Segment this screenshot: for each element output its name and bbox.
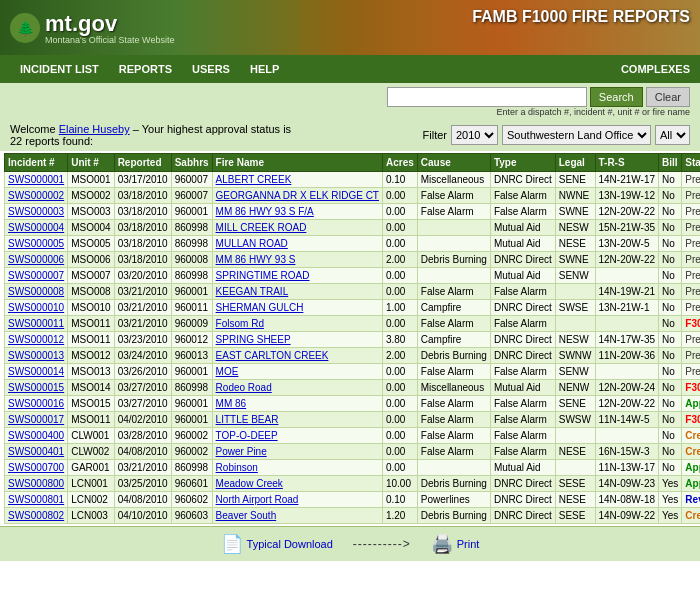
nav-users[interactable]: USERS [182,58,240,80]
cell-sabhrs: 960013 [171,348,212,364]
cell-firename[interactable]: ALBERT CREEK [212,172,382,188]
cell-firename[interactable]: MM 86 HWY 93 S F/A [212,204,382,220]
download-link[interactable]: 📄 Typical Download [221,533,333,555]
col-unit[interactable]: Unit # [68,154,114,172]
table-row: SWS000400 CLW001 03/28/2010 960002 TOP-O… [5,428,701,444]
cell-incident[interactable]: SWS000010 [5,300,68,316]
cell-unit: MSO011 [68,412,114,428]
cell-firename[interactable]: SPRINGTIME ROAD [212,268,382,284]
cell-incident[interactable]: SWS000015 [5,380,68,396]
col-acres[interactable]: Acres [382,154,417,172]
cell-firename[interactable]: SPRING SHEEP [212,332,382,348]
cell-firename[interactable]: MULLAN ROAD [212,236,382,252]
nav-incident-list[interactable]: INCIDENT LIST [10,58,109,80]
cell-acres: 3.80 [382,332,417,348]
cell-incident[interactable]: SWS000007 [5,268,68,284]
cell-cause: Campfire [417,332,490,348]
filter-all[interactable]: All [655,125,690,145]
cell-incident[interactable]: SWS000013 [5,348,68,364]
cell-incident[interactable]: SWS000004 [5,220,68,236]
col-sabhrs[interactable]: Sabhrs [171,154,212,172]
cell-bill: No [659,300,682,316]
cell-trs: 11N-14W-5 [595,412,659,428]
cell-type: DNRC Direct [490,300,555,316]
cell-legal: NESE [555,444,595,460]
cell-incident[interactable]: SWS000011 [5,316,68,332]
nav-complexes[interactable]: COMPLEXES [621,63,690,75]
cell-incident[interactable]: SWS000017 [5,412,68,428]
filter-year[interactable]: 2010 [451,125,498,145]
col-incident[interactable]: Incident # [5,154,68,172]
cell-firename[interactable]: Power Pine [212,444,382,460]
cell-incident[interactable]: SWS000802 [5,508,68,524]
cell-firename[interactable]: MM 86 [212,396,382,412]
cell-firename[interactable]: SHERMAN GULCH [212,300,382,316]
clear-button[interactable]: Clear [646,87,690,107]
col-firename[interactable]: Fire Name [212,154,382,172]
nav-reports[interactable]: REPORTS [109,58,182,80]
cell-incident[interactable]: SWS000008 [5,284,68,300]
cell-status: Prepared [682,204,700,220]
cell-firename[interactable]: Folsom Rd [212,316,382,332]
cell-firename[interactable]: LITTLE BEAR [212,412,382,428]
col-cause[interactable]: Cause [417,154,490,172]
col-trs[interactable]: T-R-S [595,154,659,172]
cell-incident[interactable]: SWS000401 [5,444,68,460]
cell-firename[interactable]: EAST CARLTON CREEK [212,348,382,364]
cell-sabhrs: 960002 [171,428,212,444]
cell-sabhrs: 960002 [171,444,212,460]
cell-status: Approved [682,460,700,476]
cell-cause: Miscellaneous [417,380,490,396]
cell-reported: 03/21/2010 [114,316,171,332]
search-button[interactable]: Search [590,87,643,107]
cell-acres: 1.20 [382,508,417,524]
cell-firename[interactable]: MILL CREEK ROAD [212,220,382,236]
cell-cause: Powerlines [417,492,490,508]
table-row: SWS000013 MSO012 03/24/2010 960013 EAST … [5,348,701,364]
filter-office[interactable]: Southwestern Land Office [502,125,651,145]
cell-incident[interactable]: SWS000002 [5,188,68,204]
col-bill[interactable]: Bill [659,154,682,172]
cell-firename[interactable]: TOP-O-DEEP [212,428,382,444]
cell-firename[interactable]: Robinson [212,460,382,476]
print-link[interactable]: 🖨️ Print [431,533,480,555]
table-container: Incident # Unit # Reported Sabhrs Fire N… [0,151,700,526]
cell-firename[interactable]: Meadow Creek [212,476,382,492]
cell-incident[interactable]: SWS000800 [5,476,68,492]
cell-firename[interactable]: GEORGANNA DR X ELK RIDGE CT [212,188,382,204]
cell-firename[interactable]: Beaver South [212,508,382,524]
cell-sabhrs: 960001 [171,204,212,220]
cell-incident[interactable]: SWS000003 [5,204,68,220]
col-legal[interactable]: Legal [555,154,595,172]
user-link[interactable]: Elaine Huseby [59,123,130,135]
cell-incident[interactable]: SWS000001 [5,172,68,188]
cell-firename[interactable]: Rodeo Road [212,380,382,396]
cell-firename[interactable]: MM 86 HWY 93 S [212,252,382,268]
cell-incident[interactable]: SWS000700 [5,460,68,476]
cell-trs [595,428,659,444]
cell-incident[interactable]: SWS000014 [5,364,68,380]
col-type[interactable]: Type [490,154,555,172]
cell-firename[interactable]: MOE [212,364,382,380]
cell-sabhrs: 860998 [171,220,212,236]
reports-count: 22 reports found: [10,135,93,147]
cell-cause: Campfire [417,300,490,316]
cell-cause: Debris Burning [417,508,490,524]
table-row: SWS000802 LCN003 04/10/2010 960603 Beave… [5,508,701,524]
cell-incident[interactable]: SWS000801 [5,492,68,508]
cell-acres: 0.00 [382,268,417,284]
cell-incident[interactable]: SWS000006 [5,252,68,268]
cell-incident[interactable]: SWS000012 [5,332,68,348]
cell-incident[interactable]: SWS000400 [5,428,68,444]
cell-incident[interactable]: SWS000005 [5,236,68,252]
cell-reported: 03/21/2010 [114,300,171,316]
cell-firename[interactable]: North Airport Road [212,492,382,508]
cell-status: Prepared [682,300,700,316]
table-row: SWS000011 MSO011 03/21/2010 960009 Folso… [5,316,701,332]
search-input[interactable] [387,87,587,107]
nav-help[interactable]: HELP [240,58,289,80]
cell-firename[interactable]: KEEGAN TRAIL [212,284,382,300]
col-reported[interactable]: Reported [114,154,171,172]
cell-incident[interactable]: SWS000016 [5,396,68,412]
col-status[interactable]: Status [682,154,700,172]
